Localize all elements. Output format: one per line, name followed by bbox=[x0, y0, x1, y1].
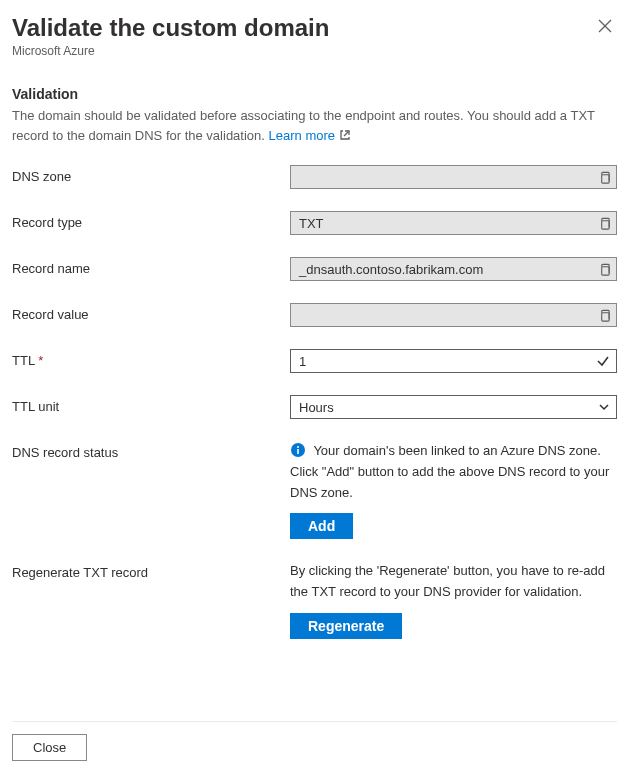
copy-icon[interactable] bbox=[596, 169, 612, 185]
row-dns-zone: DNS zone bbox=[12, 165, 617, 189]
regenerate-button[interactable]: Regenerate bbox=[290, 613, 402, 639]
row-ttl-unit: TTL unit Hours bbox=[12, 395, 617, 419]
record-name-field: _dnsauth.contoso.fabrikam.com bbox=[290, 257, 617, 281]
record-name-value: _dnsauth.contoso.fabrikam.com bbox=[299, 262, 483, 277]
add-button[interactable]: Add bbox=[290, 513, 353, 539]
regenerate-message: By clicking the 'Regenerate' button, you… bbox=[290, 561, 617, 603]
chevron-down-icon bbox=[598, 401, 610, 413]
row-record-value: Record value bbox=[12, 303, 617, 327]
copy-icon[interactable] bbox=[596, 261, 612, 277]
ttl-unit-value: Hours bbox=[299, 400, 334, 415]
svg-rect-4 bbox=[601, 266, 608, 274]
copy-icon[interactable] bbox=[596, 215, 612, 231]
validation-description: The domain should be validated before as… bbox=[12, 106, 617, 145]
external-link-icon bbox=[339, 127, 351, 139]
record-value-field bbox=[290, 303, 617, 327]
row-record-type: Record type TXT bbox=[12, 211, 617, 235]
page-subtitle: Microsoft Azure bbox=[12, 44, 617, 58]
label-ttl-unit: TTL unit bbox=[12, 395, 290, 414]
validation-heading: Validation bbox=[12, 86, 617, 102]
row-record-name: Record name _dnsauth.contoso.fabrikam.co… bbox=[12, 257, 617, 281]
label-dns-zone: DNS zone bbox=[12, 165, 290, 184]
panel-header: Validate the custom domain Microsoft Azu… bbox=[12, 14, 617, 58]
close-button[interactable]: Close bbox=[12, 734, 87, 761]
svg-rect-8 bbox=[297, 449, 299, 454]
required-asterisk: * bbox=[38, 353, 43, 368]
row-dns-status: DNS record status Your domain's been lin… bbox=[12, 441, 617, 539]
record-type-field: TXT bbox=[290, 211, 617, 235]
copy-icon[interactable] bbox=[596, 307, 612, 323]
check-icon bbox=[596, 354, 610, 368]
ttl-unit-select[interactable]: Hours bbox=[290, 395, 617, 419]
label-dns-status: DNS record status bbox=[12, 441, 290, 460]
svg-rect-2 bbox=[601, 174, 608, 182]
row-ttl: TTL * 1 bbox=[12, 349, 617, 373]
info-icon bbox=[290, 442, 306, 458]
label-record-type: Record type bbox=[12, 211, 290, 230]
record-type-value: TXT bbox=[299, 216, 324, 231]
ttl-value: 1 bbox=[299, 354, 306, 369]
svg-point-7 bbox=[297, 446, 299, 448]
ttl-input[interactable]: 1 bbox=[290, 349, 617, 373]
panel-footer: Close bbox=[12, 721, 617, 761]
label-record-value: Record value bbox=[12, 303, 290, 322]
row-regenerate: Regenerate TXT record By clicking the 'R… bbox=[12, 561, 617, 639]
svg-rect-5 bbox=[601, 312, 608, 320]
close-icon[interactable] bbox=[593, 14, 617, 38]
label-regenerate: Regenerate TXT record bbox=[12, 561, 290, 580]
label-ttl: TTL * bbox=[12, 349, 290, 368]
svg-rect-3 bbox=[601, 220, 608, 228]
page-title: Validate the custom domain bbox=[12, 14, 617, 42]
dns-zone-field bbox=[290, 165, 617, 189]
label-record-name: Record name bbox=[12, 257, 290, 276]
ttl-label-text: TTL bbox=[12, 353, 35, 368]
learn-more-link[interactable]: Learn more bbox=[269, 128, 335, 143]
dns-status-text: Your domain's been linked to an Azure DN… bbox=[290, 443, 609, 500]
dns-status-message: Your domain's been linked to an Azure DN… bbox=[290, 441, 617, 503]
